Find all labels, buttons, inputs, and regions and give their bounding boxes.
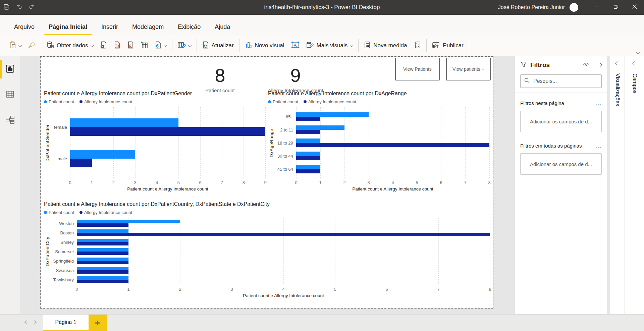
more-options-icon[interactable]: ... xyxy=(595,143,602,149)
report-view-button[interactable] xyxy=(0,62,20,76)
x-tick-label: 2 xyxy=(179,287,181,292)
paintbrush-icon xyxy=(28,41,36,50)
bar-allergy-intolerance-count[interactable] xyxy=(77,270,128,274)
view-patients-button[interactable]: View Patients xyxy=(395,58,440,80)
menu-modelagem[interactable]: Modelagem xyxy=(127,23,168,35)
minimize-button[interactable] xyxy=(588,0,606,15)
bar-allergy-intolerance-count[interactable] xyxy=(296,156,320,160)
search-icon xyxy=(524,77,530,85)
get-data-button[interactable]: Obter dados xyxy=(43,39,97,53)
bar-allergy-intolerance-count[interactable] xyxy=(70,159,92,167)
next-page-arrow-icon[interactable] xyxy=(34,319,37,326)
legend-entry[interactable]: Patient count xyxy=(44,210,74,215)
previous-page-arrow-icon[interactable] xyxy=(24,319,28,326)
more-options-icon[interactable]: ... xyxy=(595,100,602,106)
dataset-button[interactable] xyxy=(124,39,137,53)
bar-patient-count[interactable] xyxy=(70,118,178,127)
publish-button[interactable]: Publicar xyxy=(429,39,467,53)
new-measure-button[interactable]: Nova medida xyxy=(361,39,410,53)
bar-allergy-intolerance-count[interactable] xyxy=(77,233,490,236)
excel-workbook-button[interactable] xyxy=(97,39,110,53)
bar-patient-count[interactable] xyxy=(296,165,320,169)
bar-allergy-intolerance-count[interactable] xyxy=(77,252,128,255)
new-visual-button[interactable]: Novo visual xyxy=(241,39,288,53)
sql-server-button[interactable] xyxy=(110,39,124,53)
enter-data-button[interactable] xyxy=(137,39,151,53)
report-page[interactable]: 8 Patient count 9 Allergy Intolerance co… xyxy=(41,57,493,308)
legend-entry[interactable]: Allergy Intolerance count xyxy=(304,99,356,104)
menu-inserir[interactable]: Inserir xyxy=(97,23,123,35)
view-patients-plus-button[interactable]: View patients + xyxy=(446,58,491,80)
more-visuals-label: Mais visuais xyxy=(317,42,348,49)
menu-exibicao[interactable]: Exibição xyxy=(173,23,205,35)
paste-button[interactable] xyxy=(6,39,25,53)
bar-patient-count[interactable] xyxy=(77,258,128,261)
bar-patient-count[interactable] xyxy=(77,267,128,270)
recent-sources-button[interactable] xyxy=(151,39,170,53)
bar-patient-count[interactable] xyxy=(296,112,369,117)
bar-patient-count[interactable] xyxy=(77,229,128,233)
data-view-button[interactable] xyxy=(0,88,20,102)
card-patient-count[interactable]: 8 Patient count xyxy=(181,60,259,93)
bar-patient-count[interactable] xyxy=(296,139,320,143)
chart-age-range[interactable]: Patient count e Allergy Intolerance coun… xyxy=(268,91,489,193)
bar-patient-count[interactable] xyxy=(77,248,128,252)
menu-pagina-inicial[interactable]: Página Inicial xyxy=(44,23,92,35)
bar-allergy-intolerance-count[interactable] xyxy=(77,261,128,264)
fields-panel-collapsed[interactable]: Campos xyxy=(625,56,644,314)
expand-panel-icon[interactable] xyxy=(615,61,620,65)
bar-patient-count[interactable] xyxy=(77,239,128,242)
bar-patient-count[interactable] xyxy=(296,125,344,130)
quick-measure-button[interactable] xyxy=(410,39,424,53)
titlebar: iris4health-fhir-analytics-3 - Power BI … xyxy=(0,0,644,15)
chart-city[interactable]: Patient count e Allergy Intolerance coun… xyxy=(44,201,490,300)
transform-data-button[interactable] xyxy=(174,39,195,53)
refresh-button[interactable]: Atualizar xyxy=(199,39,237,53)
account-name[interactable]: José Roberto Pereira Junior xyxy=(498,4,565,10)
bar-patient-count[interactable] xyxy=(77,276,128,280)
more-visuals-button[interactable]: Mais visuais xyxy=(303,39,357,53)
chart-gender[interactable]: Patient count e Allergy Intolerance coun… xyxy=(44,91,265,193)
view-rail xyxy=(0,56,20,314)
bar-allergy-intolerance-count[interactable] xyxy=(77,242,128,245)
close-button[interactable] xyxy=(625,0,644,15)
restore-button[interactable] xyxy=(606,0,625,15)
ribbon-separator xyxy=(197,39,197,52)
bar-allergy-intolerance-count[interactable] xyxy=(296,143,489,147)
bar-allergy-intolerance-count[interactable] xyxy=(77,280,128,283)
expand-panel-icon[interactable] xyxy=(632,61,637,65)
bar-allergy-intolerance-count[interactable] xyxy=(296,117,320,121)
menu-ajuda[interactable]: Ajuda xyxy=(210,23,235,35)
legend-entry[interactable]: Patient count xyxy=(44,99,74,104)
legend-entry[interactable]: Allergy Intolerance count xyxy=(79,99,132,104)
bar-allergy-intolerance-count[interactable] xyxy=(296,169,320,173)
add-page-button[interactable] xyxy=(89,315,107,331)
bar-patient-count[interactable] xyxy=(77,220,180,223)
filter-search-input[interactable] xyxy=(533,78,603,84)
legend-entry[interactable]: Patient count xyxy=(268,99,298,104)
filters-all-pages-dropzone[interactable]: Adicionar os campos de d... xyxy=(520,153,602,175)
model-view-button[interactable] xyxy=(0,113,20,127)
dataset-file-icon xyxy=(127,41,134,50)
legend-entry[interactable]: Allergy Intolerance count xyxy=(79,210,132,215)
x-tick-label: 1 xyxy=(127,287,129,292)
undo-button[interactable] xyxy=(13,0,25,15)
bar-allergy-intolerance-count[interactable] xyxy=(77,223,128,227)
format-painter-button[interactable] xyxy=(25,39,39,53)
redo-button[interactable] xyxy=(25,0,38,15)
bar-allergy-intolerance-count[interactable] xyxy=(70,127,265,136)
collapse-filters-icon[interactable] xyxy=(598,63,602,67)
card-allergy-count[interactable]: 9 Allergy Intolerance count xyxy=(255,60,336,93)
text-box-button[interactable]: A xyxy=(288,39,303,53)
page-tab[interactable]: Página 1 xyxy=(43,315,89,331)
visualizations-panel-collapsed[interactable]: Visualizações xyxy=(610,56,625,314)
avatar[interactable] xyxy=(570,3,578,12)
filters-page-dropzone[interactable]: Adicionar os campos de d... xyxy=(520,111,602,132)
bar-patient-count[interactable] xyxy=(296,152,320,156)
eye-icon[interactable] xyxy=(583,62,590,68)
bar-allergy-intolerance-count[interactable] xyxy=(296,130,320,134)
bar-patient-count[interactable] xyxy=(70,150,135,159)
save-button[interactable] xyxy=(0,0,13,15)
menu-arquivo[interactable]: Arquivo xyxy=(9,23,39,35)
collapse-ribbon-icon[interactable] xyxy=(636,50,640,54)
